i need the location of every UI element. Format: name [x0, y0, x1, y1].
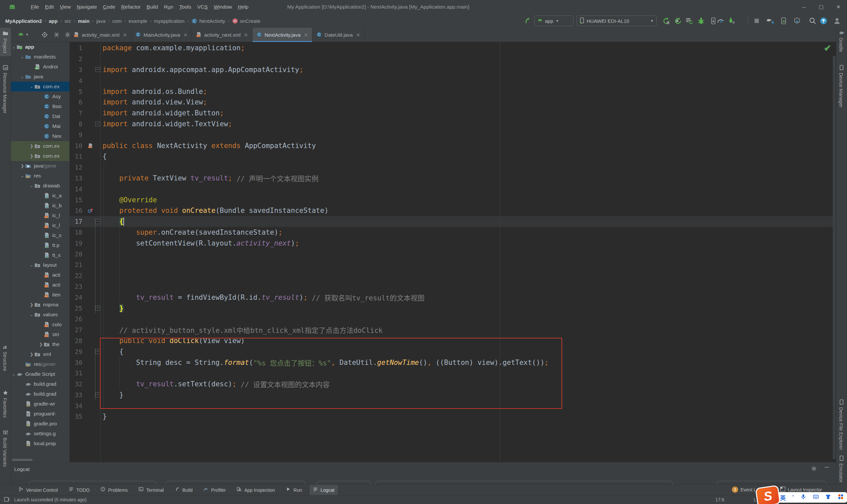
tool-window-button-app-inspection[interactable]: App Inspection	[233, 485, 278, 496]
run-configuration-select[interactable]: app ▼	[534, 16, 573, 26]
line-number[interactable]: 15	[69, 196, 85, 203]
line-number[interactable]: 29	[69, 348, 85, 355]
tool-strip-build-variants[interactable]: Build Variants	[2, 437, 7, 467]
breadcrumb-item[interactable]: MyApplication2	[5, 18, 43, 24]
line-number[interactable]: 7	[69, 109, 85, 117]
menu-view[interactable]: View	[57, 4, 74, 10]
chevron-right-icon[interactable]: ❯	[29, 144, 34, 148]
chevron-down-icon[interactable]: ⌄	[19, 74, 25, 79]
ime-toolbar[interactable]: 英’	[777, 492, 847, 503]
menu-file[interactable]: File	[28, 4, 42, 10]
chevron-down-icon[interactable]: ⌄	[11, 372, 17, 376]
menu-window[interactable]: Window	[211, 4, 235, 10]
line-number[interactable]: 12	[69, 164, 85, 171]
close-tab-icon[interactable]: ✕	[356, 32, 360, 38]
tree-item-ic_s[interactable]: ic_s	[11, 230, 69, 240]
line-number[interactable]: 27	[69, 326, 85, 334]
tool-window-button-terminal[interactable]: Terminal	[135, 485, 167, 496]
tab-MainActivity.java[interactable]: CMainActivity.java✕	[131, 28, 192, 42]
breadcrumb-item[interactable]: com	[111, 18, 122, 24]
tree-item-build.grad[interactable]: build.grad	[11, 389, 69, 399]
ime-key-grid[interactable]	[838, 494, 844, 501]
tree-item-com.ex[interactable]: ❯com.ex	[11, 141, 69, 151]
stop-icon[interactable]	[752, 16, 762, 26]
tab-activity_main.xml[interactable]: <>activity_main.xml✕	[69, 28, 131, 42]
fold-marker[interactable]: ˄	[95, 306, 103, 311]
tree-item-gradle-wr[interactable]: gradle-wr	[11, 399, 69, 409]
tool-window-button-logcat[interactable]: Logcat	[310, 485, 338, 496]
project-horizontal-scrollbar[interactable]	[12, 459, 32, 461]
chevron-right-icon[interactable]: ❯	[29, 302, 34, 307]
close-button[interactable]: ✕	[830, 0, 847, 14]
close-tab-icon[interactable]: ✕	[183, 32, 188, 38]
related-xml-gutter-icon[interactable]: <>	[85, 143, 95, 148]
ime-key-mic[interactable]	[800, 494, 806, 501]
line-number[interactable]: 35	[69, 413, 85, 420]
breadcrumb-item[interactable]: main	[77, 18, 90, 24]
collapse-all-icon[interactable]	[53, 31, 60, 39]
update-icon[interactable]	[818, 16, 828, 26]
inspection-ok-checkmark-icon[interactable]: ✔	[824, 43, 831, 54]
chevron-down-icon[interactable]: ▼	[25, 33, 29, 36]
sogou-ime-logo[interactable]: S	[755, 485, 780, 504]
menu-vcs[interactable]: VCS	[194, 4, 211, 10]
overrides-method-gutter-icon[interactable]	[85, 208, 95, 214]
chevron-down-icon[interactable]: ⌄	[19, 174, 25, 178]
tree-item-app[interactable]: ⌄app	[11, 42, 69, 52]
tree-item-com.ex[interactable]: ❯com.ex	[11, 151, 69, 161]
fold-marker[interactable]: −	[95, 67, 103, 72]
menu-build[interactable]: Build	[143, 4, 161, 10]
breadcrumb-item[interactable]: myapplication	[154, 18, 185, 24]
tree-item-Mai[interactable]: CMai	[11, 121, 69, 131]
tab-activity_next.xml[interactable]: <>activity_next.xml✕	[192, 28, 253, 42]
logcat-process-dropdown[interactable]	[166, 481, 305, 485]
fold-marker[interactable]: −	[95, 219, 103, 224]
ime-key-char[interactable]: ’	[792, 494, 794, 501]
tree-item-Dat[interactable]: CDat	[11, 111, 69, 121]
tool-strip-device-manager[interactable]: Device Manager	[839, 73, 844, 108]
line-number[interactable]: 19	[69, 240, 85, 247]
line-number[interactable]: 20	[69, 251, 85, 258]
project-tree[interactable]: ⌄app⌄manifestsMFAndroi⌄java⌄com.exCAsyCB…	[11, 42, 69, 462]
line-number[interactable]: 5	[69, 88, 85, 95]
tree-item-stri[interactable]: <>stri	[11, 329, 69, 339]
tool-window-button-run[interactable]: Run	[282, 485, 305, 496]
menu-tools[interactable]: Tools	[176, 4, 194, 10]
tool-strip-device-file-explorer[interactable]: Device File Explorer	[839, 407, 844, 450]
menu-navigate[interactable]: Navigate	[74, 4, 100, 10]
line-number[interactable]: 16	[69, 207, 85, 214]
logcat-level-dropdown[interactable]	[317, 481, 370, 485]
tree-item-settings.g[interactable]: settings.g	[11, 429, 69, 438]
breadcrumb-item[interactable]: monCreate	[231, 18, 261, 24]
line-number[interactable]: 17	[69, 218, 85, 225]
tool-window-button-version-control[interactable]: Version Control	[15, 485, 61, 496]
tree-item-iten[interactable]: <>iten	[11, 290, 69, 300]
tree-item-xml[interactable]: ❯xml	[11, 349, 69, 359]
tree-item-manifests[interactable]: ⌄manifests	[11, 52, 69, 62]
tree-item-values[interactable]: ⌄values	[11, 310, 69, 320]
menu-code[interactable]: Code	[100, 4, 118, 10]
tree-item-colo[interactable]: <>colo	[11, 320, 69, 329]
close-tab-icon[interactable]: ✕	[123, 32, 127, 38]
line-number[interactable]: 23	[69, 283, 85, 290]
breadcrumb-item[interactable]: src	[64, 18, 72, 24]
line-number[interactable]: 25	[69, 305, 85, 312]
line-ending-widget[interactable]: L	[754, 497, 756, 502]
tree-item-ic_b[interactable]: ic_b	[11, 201, 69, 211]
breadcrumb-item[interactable]: CNextActivity	[191, 18, 226, 24]
event-log-button[interactable]: 3 Event L	[732, 486, 756, 493]
sdk-manager-icon[interactable]	[792, 16, 802, 26]
menu-help[interactable]: Help	[235, 4, 252, 10]
tool-strip-emulator[interactable]: Emulator	[839, 463, 844, 483]
line-number[interactable]: 11	[69, 153, 85, 160]
chevron-right-icon[interactable]: ❯	[29, 154, 34, 158]
chevron-down-icon[interactable]: ⌄	[29, 84, 34, 89]
line-number[interactable]: 22	[69, 272, 85, 279]
line-number[interactable]: 1	[69, 44, 85, 52]
tree-item-res[interactable]: res (gener	[11, 359, 69, 369]
line-number[interactable]: 33	[69, 391, 85, 399]
maximize-button[interactable]: ▢	[813, 0, 830, 14]
breadcrumb-item[interactable]: app	[48, 18, 58, 24]
tree-item-Boo[interactable]: CBoo	[11, 102, 69, 111]
line-number[interactable]: 13	[69, 175, 85, 182]
